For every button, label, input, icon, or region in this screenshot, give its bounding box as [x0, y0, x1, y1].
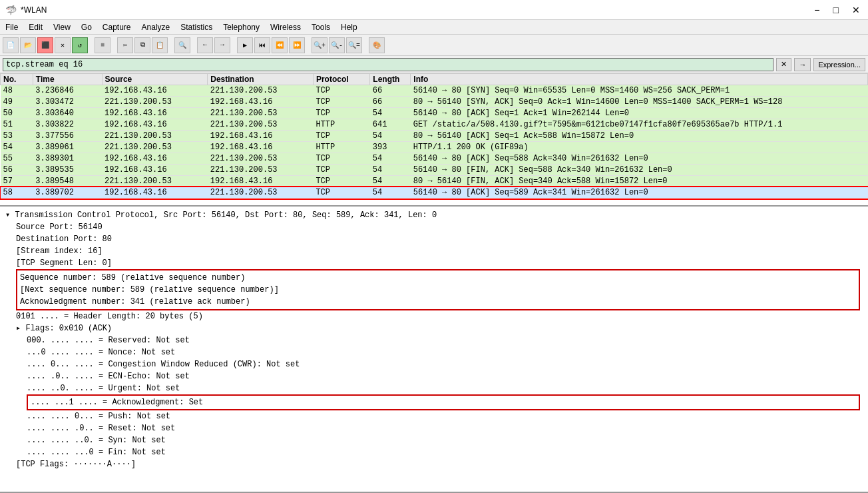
close-button[interactable]: ✕: [849, 5, 863, 15]
filter-clear-button[interactable]: ✕: [776, 58, 791, 71]
filter-apply-button[interactable]: →: [794, 58, 811, 71]
toolbar-open[interactable]: 📂: [20, 37, 36, 53]
col-proto: Protocol: [313, 74, 369, 85]
filter-expression-button[interactable]: Expression...: [813, 58, 865, 71]
toolbar-forward[interactable]: →: [214, 37, 230, 53]
toolbar-colorize[interactable]: 🎨: [369, 37, 385, 53]
ack-highlight-box: .... ...1 .... = Acknowledgment: Set: [27, 394, 860, 410]
protocol-header: Transmission Control Protocol, Src Port:…: [15, 211, 437, 220]
detail-field: 000. .... .... = Reserved: Not set: [5, 334, 863, 346]
cell-proto: TCP: [313, 165, 369, 176]
toolbar-paste[interactable]: 📋: [152, 37, 168, 53]
detail-field[interactable]: ▸ Flags: 0x010 (ACK): [5, 322, 863, 334]
packet-table: No. Time Source Destination Protocol Len…: [0, 73, 868, 199]
toolbar-first[interactable]: ⏮: [254, 37, 270, 53]
table-row[interactable]: 583.389702192.168.43.16221.130.200.53TCP…: [1, 187, 868, 199]
cell-proto: TCP: [313, 85, 369, 97]
toolbar-zoom-in[interactable]: 🔍+: [312, 37, 327, 53]
cell-no: 50: [1, 108, 33, 119]
toolbar-zoom-reset[interactable]: 🔍=: [346, 37, 362, 53]
toolbar-cut[interactable]: ✂: [117, 37, 133, 53]
menu-item-tools[interactable]: Tools: [306, 21, 335, 33]
minimize-button[interactable]: −: [811, 5, 822, 15]
detail-line-wrapper: .... ...1 .... = Acknowledgment: Set: [5, 394, 863, 410]
cell-no: 58: [1, 187, 33, 199]
cell-no: 53: [1, 131, 33, 142]
detail-field: .... ..0. .... = Urgent: Not set: [5, 382, 863, 394]
cell-info: 80 → 56140 [SYN, ACK] Seq=0 Ack=1 Win=14…: [411, 97, 868, 108]
table-row[interactable]: 563.389535192.168.43.16221.130.200.53TCP…: [1, 165, 868, 176]
detail-field: [Stream index: 16]: [5, 245, 863, 257]
cell-time: 3.377556: [33, 131, 102, 142]
cell-proto: TCP: [313, 108, 369, 119]
cell-len: 54: [370, 131, 411, 142]
toolbar-back[interactable]: ←: [197, 37, 213, 53]
toolbar-prev[interactable]: ⏪: [272, 37, 288, 53]
cell-proto: HTTP: [313, 119, 369, 131]
toolbar-stop[interactable]: ■: [95, 37, 110, 53]
col-no: No.: [1, 74, 33, 85]
col-dst: Destination: [208, 74, 314, 85]
cell-len: 66: [370, 97, 411, 108]
menu-item-file[interactable]: File: [0, 21, 23, 33]
table-row[interactable]: 573.389548221.130.200.53192.168.43.16TCP…: [1, 176, 868, 187]
cell-time: 3.303640: [33, 108, 102, 119]
cell-info: HTTP/1.1 200 OK (GIF89a): [411, 142, 868, 153]
toolbar-close[interactable]: ✕: [55, 37, 71, 53]
cell-src: 221.130.200.53: [102, 142, 208, 153]
menu-item-statistics[interactable]: Statistics: [175, 21, 218, 33]
toolbar-next[interactable]: ⏩: [289, 37, 305, 53]
col-len: Length: [370, 74, 411, 85]
table-row[interactable]: 493.303472221.130.200.53192.168.43.16TCP…: [1, 97, 868, 108]
cell-dst: 192.168.43.16: [208, 97, 314, 108]
app-title: *WLAN: [21, 5, 47, 15]
cell-src: 192.168.43.16: [102, 108, 208, 119]
packet-list[interactable]: No. Time Source Destination Protocol Len…: [0, 73, 868, 207]
cell-time: 3.303472: [33, 97, 102, 108]
toolbar-reload[interactable]: ↺: [72, 37, 88, 53]
detail-pane: ▾ Transmission Control Protocol, Src Por…: [0, 207, 868, 493]
detail-field: .... 0... .... = Congestion Window Reduc…: [5, 358, 863, 370]
sequence-box: Sequence number: 589 (relative sequence …: [16, 269, 860, 310]
toolbar: 📄 📂 ⬛ ✕ ↺ ■ ✂ ⧉ 📋 🔍 ← → ▶ ⏮ ⏪ ⏩ 🔍+ 🔍- 🔍=…: [0, 35, 868, 56]
main-area: No. Time Source Destination Protocol Len…: [0, 73, 868, 493]
toolbar-copy[interactable]: ⧉: [134, 37, 150, 53]
filter-input[interactable]: tcp.stream eq 16: [3, 58, 773, 71]
table-row[interactable]: 503.303640192.168.43.16221.130.200.53TCP…: [1, 108, 868, 119]
toolbar-new[interactable]: 📄: [3, 37, 19, 53]
cell-info: 56140 → 80 [ACK] Seq=588 Ack=340 Win=261…: [411, 153, 868, 165]
detail-field: [TCP Segment Len: 0]: [5, 257, 863, 269]
cell-src: 192.168.43.16: [102, 187, 208, 199]
menu-item-analyze[interactable]: Analyze: [136, 21, 176, 33]
maximize-button[interactable]: □: [831, 5, 841, 15]
table-row[interactable]: 483.236846192.168.43.16221.130.200.53TCP…: [1, 85, 868, 97]
menubar: FileEditViewGoCaptureAnalyzeStatisticsTe…: [0, 20, 868, 35]
menu-item-help[interactable]: Help: [335, 21, 363, 33]
table-row[interactable]: 543.389061221.130.200.53192.168.43.16HTT…: [1, 142, 868, 153]
toolbar-goto[interactable]: ▶: [237, 37, 253, 53]
app-icon: 🦈: [5, 5, 17, 15]
menu-item-edit[interactable]: Edit: [23, 21, 48, 33]
menu-item-capture[interactable]: Capture: [97, 21, 136, 33]
table-row[interactable]: 533.377556221.130.200.53192.168.43.16TCP…: [1, 131, 868, 142]
protocol-expand-row[interactable]: ▾ Transmission Control Protocol, Src Por…: [5, 209, 863, 221]
toolbar-find[interactable]: 🔍: [174, 37, 190, 53]
cell-src: 221.130.200.53: [102, 176, 208, 187]
cell-proto: TCP: [313, 97, 369, 108]
cell-time: 3.389061: [33, 142, 102, 153]
detail-field: .... .... 0... = Push: Not set: [5, 410, 863, 422]
menu-item-telephony[interactable]: Telephony: [218, 21, 265, 33]
toolbar-zoom-out[interactable]: 🔍-: [329, 37, 345, 53]
menu-item-view[interactable]: View: [48, 21, 76, 33]
expand-arrow[interactable]: ▾: [5, 211, 10, 220]
cell-proto: HTTP: [313, 142, 369, 153]
packet-table-header: No. Time Source Destination Protocol Len…: [1, 74, 868, 85]
table-row[interactable]: 553.389301192.168.43.16221.130.200.53TCP…: [1, 153, 868, 165]
menu-item-wireless[interactable]: Wireless: [265, 21, 306, 33]
menu-item-go[interactable]: Go: [76, 21, 97, 33]
table-row[interactable]: 513.303822192.168.43.16221.130.200.53HTT…: [1, 119, 868, 131]
toolbar-save[interactable]: ⬛: [37, 37, 53, 53]
cell-len: 54: [370, 108, 411, 119]
cell-proto: TCP: [313, 176, 369, 187]
cell-dst: 221.130.200.53: [208, 165, 314, 176]
